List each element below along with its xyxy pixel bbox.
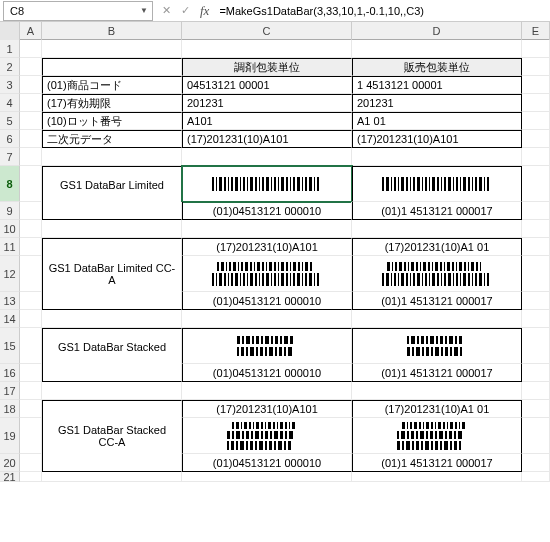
cell[interactable]: 1 4513121 00001 <box>352 76 522 94</box>
row-header[interactable]: 19 <box>0 418 20 454</box>
cell[interactable] <box>42 382 182 400</box>
cell[interactable] <box>352 472 522 482</box>
cell[interactable]: GS1 DataBar Limited <box>42 166 182 202</box>
cell[interactable] <box>182 256 352 292</box>
cell[interactable] <box>522 148 550 166</box>
cell[interactable]: A1 01 <box>352 112 522 130</box>
cell[interactable] <box>20 472 42 482</box>
cell[interactable] <box>522 418 550 454</box>
cell[interactable] <box>42 292 182 310</box>
cell[interactable]: GS1 DataBar Limited CC-A <box>42 256 182 292</box>
cell[interactable] <box>20 40 42 58</box>
cell[interactable] <box>182 40 352 58</box>
row-header[interactable]: 6 <box>0 130 20 148</box>
col-header[interactable]: A <box>20 22 42 40</box>
cell[interactable] <box>522 364 550 382</box>
cell[interactable]: (17)201231(10)A101 <box>182 238 352 256</box>
cell[interactable] <box>352 382 522 400</box>
cell[interactable] <box>522 112 550 130</box>
cell[interactable]: 201231 <box>182 94 352 112</box>
cell[interactable]: 販売包装単位 <box>352 58 522 76</box>
cell[interactable]: (01)04513121 000010 <box>182 202 352 220</box>
cell[interactable] <box>42 400 182 418</box>
cell[interactable]: (01)1 4513121 000017 <box>352 454 522 472</box>
cell[interactable]: (01)04513121 000010 <box>182 292 352 310</box>
cell[interactable] <box>42 202 182 220</box>
cell[interactable] <box>20 202 42 220</box>
cell[interactable] <box>42 40 182 58</box>
cell[interactable] <box>522 256 550 292</box>
cell[interactable] <box>522 76 550 94</box>
cell[interactable] <box>522 94 550 112</box>
row-header[interactable]: 3 <box>0 76 20 94</box>
cell[interactable] <box>42 472 182 482</box>
cell[interactable] <box>182 418 352 454</box>
row-header[interactable]: 7 <box>0 148 20 166</box>
cell[interactable] <box>522 310 550 328</box>
cell[interactable] <box>522 400 550 418</box>
formula-input[interactable] <box>215 4 550 18</box>
col-header[interactable]: E <box>522 22 550 40</box>
row-header[interactable]: 2 <box>0 58 20 76</box>
cell[interactable] <box>352 256 522 292</box>
cell[interactable] <box>182 148 352 166</box>
row-header[interactable]: 8 <box>0 166 20 202</box>
cell[interactable]: (17)201231(10)A101 <box>352 130 522 148</box>
accept-icon[interactable]: ✓ <box>181 4 190 17</box>
row-header[interactable]: 5 <box>0 112 20 130</box>
col-header[interactable]: B <box>42 22 182 40</box>
cell[interactable] <box>42 238 182 256</box>
cell[interactable] <box>522 454 550 472</box>
cell[interactable] <box>20 148 42 166</box>
cell[interactable] <box>522 382 550 400</box>
cell[interactable] <box>20 238 42 256</box>
cell[interactable] <box>352 328 522 364</box>
cell[interactable]: (17)有効期限 <box>42 94 182 112</box>
cell[interactable]: 201231 <box>352 94 522 112</box>
row-header[interactable]: 21 <box>0 472 20 482</box>
row-header[interactable]: 14 <box>0 310 20 328</box>
name-box[interactable]: C8 ▼ <box>3 1 153 21</box>
cell[interactable] <box>20 364 42 382</box>
row-header[interactable]: 10 <box>0 220 20 238</box>
cell[interactable]: 調剤包装単位 <box>182 58 352 76</box>
cell[interactable] <box>42 148 182 166</box>
cell[interactable]: GS1 DataBar Stacked CC-A <box>42 418 182 454</box>
row-header[interactable]: 20 <box>0 454 20 472</box>
cell[interactable]: A101 <box>182 112 352 130</box>
cell[interactable]: GS1 DataBar Stacked <box>42 328 182 364</box>
cell[interactable] <box>522 220 550 238</box>
cell[interactable]: (17)201231(10)A1 01 <box>352 238 522 256</box>
row-header[interactable]: 11 <box>0 238 20 256</box>
row-header[interactable]: 18 <box>0 400 20 418</box>
cell[interactable] <box>20 454 42 472</box>
col-header[interactable]: C <box>182 22 352 40</box>
cell[interactable] <box>352 220 522 238</box>
cell[interactable] <box>20 418 42 454</box>
row-header[interactable]: 12 <box>0 256 20 292</box>
cell[interactable] <box>20 256 42 292</box>
cell[interactable] <box>20 166 42 202</box>
cell[interactable] <box>522 166 550 202</box>
cell[interactable]: (01)1 4513121 000017 <box>352 292 522 310</box>
row-header[interactable]: 16 <box>0 364 20 382</box>
cell[interactable] <box>20 310 42 328</box>
cell[interactable] <box>42 220 182 238</box>
cell[interactable]: (01)1 4513121 000017 <box>352 364 522 382</box>
cell[interactable]: (01)1 4513121 000017 <box>352 202 522 220</box>
cell[interactable] <box>20 130 42 148</box>
cell[interactable]: (01)商品コード <box>42 76 182 94</box>
cell[interactable] <box>182 382 352 400</box>
cell[interactable] <box>20 292 42 310</box>
spreadsheet-grid[interactable]: A B C D E 1 2 調剤包装単位 販売包装単位 3 (01)商品コード … <box>0 22 550 482</box>
row-header[interactable]: 9 <box>0 202 20 220</box>
cell[interactable]: 二次元データ <box>42 130 182 148</box>
cell[interactable] <box>352 148 522 166</box>
cell[interactable] <box>20 94 42 112</box>
cell[interactable]: (17)201231(10)A101 <box>182 400 352 418</box>
cell[interactable]: (17)201231(10)A101 <box>182 130 352 148</box>
cell[interactable] <box>42 310 182 328</box>
cell[interactable] <box>20 76 42 94</box>
cell[interactable]: (17)201231(10)A1 01 <box>352 400 522 418</box>
active-cell[interactable] <box>182 166 352 202</box>
